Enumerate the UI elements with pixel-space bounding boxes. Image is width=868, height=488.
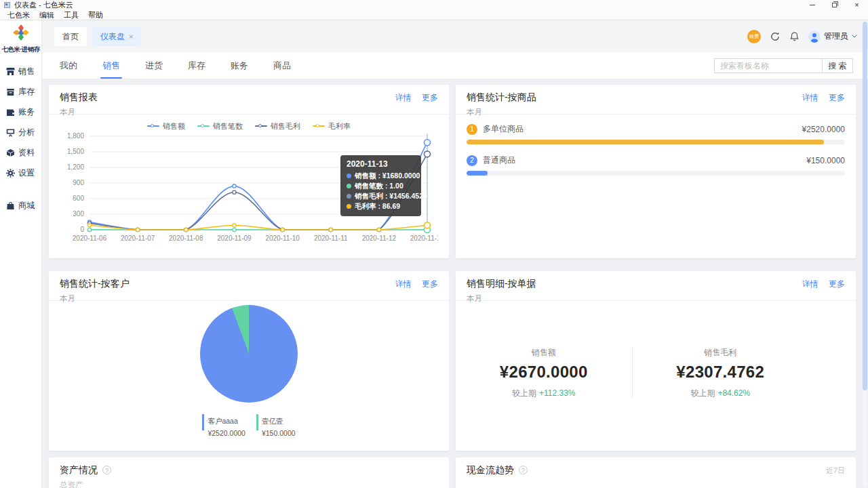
sidebar-item-settings[interactable]: 设置 <box>0 163 41 183</box>
tooltip-series-dot <box>347 184 351 188</box>
shop-icon <box>6 67 15 76</box>
menu-item-edit[interactable]: 编辑 <box>35 10 59 20</box>
card-title: 销售报表 <box>60 92 98 104</box>
sidebar-item-mall[interactable]: 商城 <box>0 195 41 216</box>
svg-text:600: 600 <box>73 195 84 202</box>
svg-text:2020-11-09: 2020-11-09 <box>217 235 252 242</box>
card-sales-by-product: 销售统计-按商品 详情 更多 本月 1 多单位商品 ¥2520.0000 2 普… <box>456 85 856 258</box>
minimize-button[interactable] <box>801 0 823 10</box>
bell-icon <box>789 31 800 42</box>
refresh-button[interactable] <box>770 31 781 42</box>
chart-tooltip: 2020-11-13 销售额 : ¥1680.0000销售笔数 : 1.00销售… <box>340 155 421 216</box>
legend-color-mark <box>202 414 204 430</box>
subnav-tab-sales[interactable]: 销售 <box>102 52 120 79</box>
sidebar-item-analysis[interactable]: 分析 <box>0 122 41 142</box>
subnav-tab-purchase[interactable]: 进货 <box>145 52 163 79</box>
card-sales-detail: 销售明细-按单据 详情 更多 本月 销售额 ¥2670.0000 较上期+112… <box>456 271 856 451</box>
stat-value: ¥2670.0000 <box>456 363 632 382</box>
assets-subtitle: 总资产 <box>60 480 438 488</box>
tab-bar: 首页 仪表盘× 续费 <box>42 20 868 52</box>
sidebar-item-sales[interactable]: 销售 <box>0 61 41 81</box>
more-link[interactable]: 更多 <box>829 279 845 289</box>
legend-marker-icon <box>197 125 210 127</box>
card-title: 销售统计-按商品 <box>467 92 536 104</box>
rank-bar-fill <box>467 140 824 144</box>
svg-text:2020-11-07: 2020-11-07 <box>121 235 155 242</box>
tooltip-series-dot <box>347 194 351 199</box>
legend-color-mark <box>256 414 258 430</box>
sidebar-item-data[interactable]: 资料 <box>0 142 41 163</box>
rank-label: 多单位商品 <box>483 123 524 135</box>
subnav-tab-mine[interactable]: 我的 <box>60 52 77 79</box>
svg-text:300: 300 <box>73 210 84 218</box>
pie-legend-item[interactable]: 客户aaaa ¥2520.0000 <box>202 414 245 439</box>
period-label: 本月 <box>467 293 845 304</box>
card-sales-by-customer: 销售统计-按客户 详情 更多 本月 客户aaaa ¥2520.0000 壹亿壹 … <box>49 271 449 451</box>
tooltip-row: 销售笔数 : 1.00 <box>347 181 415 191</box>
more-link[interactable]: 更多 <box>422 93 438 102</box>
sidebar: 七色米·进销存 销售 库存 账务 分析 资料 <box>0 20 42 488</box>
svg-text:2020-11-06: 2020-11-06 <box>73 235 107 242</box>
card-cashflow: 现金流趋势 近7日 <box>456 458 856 488</box>
period-label: 本月 <box>467 107 845 117</box>
tab-home[interactable]: 首页 <box>54 27 87 46</box>
card-title: 现金流趋势 <box>467 464 514 476</box>
menu-item-help[interactable]: 帮助 <box>83 10 108 20</box>
rank-label: 普通商品 <box>483 155 515 166</box>
vertical-scrollbar <box>863 20 867 487</box>
subnav-tab-inventory[interactable]: 库存 <box>188 52 205 79</box>
restore-icon <box>832 3 837 7</box>
detail-link[interactable]: 详情 <box>395 93 412 102</box>
svg-text:2020-11-08: 2020-11-08 <box>169 235 203 242</box>
detail-link[interactable]: 详情 <box>802 93 818 102</box>
tooltip-row: 销售额 : ¥1680.0000 <box>347 171 415 181</box>
tab-dashboard[interactable]: 仪表盘× <box>92 27 141 46</box>
sidebar-item-inventory[interactable]: 库存 <box>0 81 41 102</box>
search-button[interactable]: 搜 索 <box>822 58 853 73</box>
user-menu[interactable]: 管理员 <box>808 30 857 43</box>
pie-legend-value: ¥2520.0000 <box>208 429 245 437</box>
help-icon[interactable] <box>519 466 528 474</box>
more-link[interactable]: 更多 <box>422 279 438 289</box>
card-assets: 资产情况 总资产 <box>49 458 449 488</box>
search-input[interactable] <box>714 58 823 73</box>
subnav-tab-finance[interactable]: 账务 <box>231 52 248 79</box>
detail-link[interactable]: 详情 <box>802 279 818 289</box>
stat-block-sales-amount: 销售额 ¥2670.0000 较上期+112.33% <box>456 347 632 399</box>
detail-link[interactable]: 详情 <box>395 279 412 289</box>
scrollbar-thumb[interactable] <box>863 22 867 390</box>
svg-text:2020-11-13: 2020-11-13 <box>410 235 438 242</box>
tab-close-icon[interactable]: × <box>129 33 133 41</box>
stat-label: 销售额 <box>456 347 632 359</box>
tooltip-series-dot <box>347 174 351 178</box>
menu-item-tools[interactable]: 工具 <box>59 10 83 20</box>
svg-text:1,200: 1,200 <box>67 163 84 171</box>
menubar: 七色米 编辑 工具 帮助 <box>0 10 868 20</box>
window-title: 仪表盘 - 七色米云 <box>14 0 73 10</box>
sidebar-item-finance[interactable]: 账务 <box>0 102 41 122</box>
app-icon <box>4 2 10 8</box>
card-title: 销售统计-按客户 <box>60 278 130 290</box>
analysis-board-icon <box>6 128 15 137</box>
shopping-bag-icon <box>6 201 15 210</box>
close-button[interactable]: × <box>846 0 868 10</box>
close-icon: × <box>854 1 859 9</box>
rank-badge: 1 <box>467 124 477 135</box>
svg-text:1,800: 1,800 <box>67 132 84 140</box>
renew-badge[interactable]: 续费 <box>747 30 761 43</box>
menu-item-app[interactable]: 七色米 <box>3 10 35 20</box>
more-link[interactable]: 更多 <box>829 93 845 102</box>
pie-legend-item[interactable]: 壹亿壹 ¥150.0000 <box>256 414 296 439</box>
gear-icon <box>6 169 15 178</box>
subnav-tab-product[interactable]: 商品 <box>273 52 291 79</box>
window-titlebar: 仪表盘 - 七色米云 × <box>0 0 868 10</box>
notifications-button[interactable] <box>789 31 800 42</box>
restore-button[interactable] <box>823 0 846 10</box>
customer-pie-chart[interactable] <box>200 305 298 403</box>
stat-value: ¥2307.4762 <box>633 363 809 382</box>
rank-value: ¥150.0000 <box>806 156 845 165</box>
tooltip-date: 2020-11-13 <box>347 159 415 169</box>
rank-bar-track <box>467 171 845 176</box>
help-icon[interactable] <box>102 466 111 474</box>
tooltip-row: 毛利率 : 86.69 <box>347 201 415 211</box>
